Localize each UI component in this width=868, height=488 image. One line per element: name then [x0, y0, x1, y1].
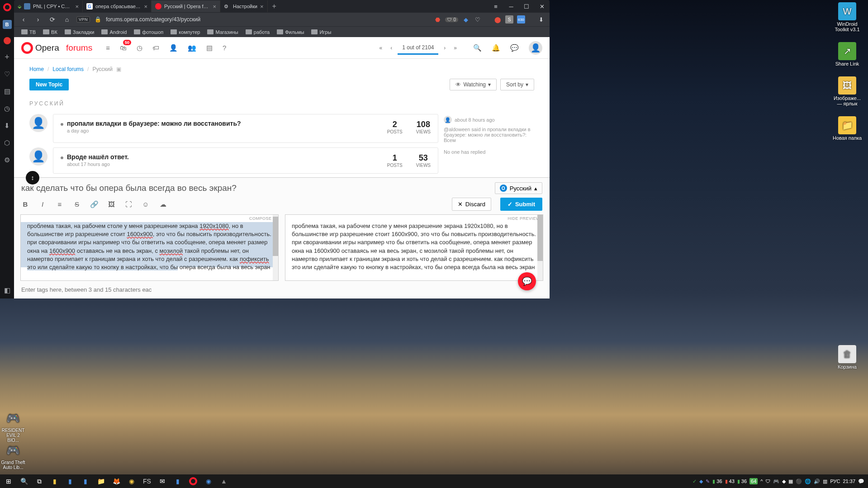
- topic-title[interactable]: Вроде нашёл ответ.: [61, 153, 378, 161]
- search-icon[interactable]: 🔍: [473, 44, 482, 52]
- bold-icon[interactable]: B: [21, 200, 29, 208]
- taskbar-app[interactable]: ▮: [170, 474, 185, 488]
- reload-button[interactable]: ⟳: [47, 14, 57, 24]
- opera-menu-icon[interactable]: [3, 3, 12, 12]
- heart-icon[interactable]: ♡: [3, 70, 12, 79]
- sidebar-toggle-icon[interactable]: ◧: [3, 286, 12, 295]
- blocked-count[interactable]: 🛡 0: [445, 17, 458, 22]
- compose-textarea[interactable]: проблема такая, на рабочем столе у меня …: [21, 222, 278, 280]
- mem-usage[interactable]: 64: [749, 478, 758, 484]
- desktop-shortcut[interactable]: ↗Share Link: [831, 42, 863, 66]
- close-tab-icon[interactable]: ×: [144, 3, 147, 10]
- user-icon[interactable]: 👤: [169, 44, 178, 52]
- url-input[interactable]: [106, 16, 429, 23]
- close-tab-icon[interactable]: ×: [260, 3, 264, 10]
- bookmark-item[interactable]: ВК: [40, 28, 60, 36]
- close-window-button[interactable]: ✕: [534, 0, 550, 13]
- bookmark-item[interactable]: Магазины: [204, 28, 241, 36]
- crypto-icon[interactable]: ◆: [462, 15, 470, 24]
- new-tab-button[interactable]: +: [268, 0, 281, 12]
- tray-icon[interactable]: ◆: [699, 479, 703, 484]
- topic-title[interactable]: пропали вкладки в браузере: можно ли вос…: [61, 120, 378, 127]
- help-icon[interactable]: ?: [223, 44, 226, 52]
- add-icon[interactable]: +: [3, 52, 12, 62]
- tray-icon[interactable]: ▦: [788, 479, 793, 484]
- desktop-shortcut[interactable]: WWinDroid Toolkit v3.1: [831, 2, 863, 32]
- new-topic-button[interactable]: New Topic: [29, 79, 69, 90]
- italic-icon[interactable]: I: [38, 200, 47, 208]
- task-view-button[interactable]: ⧉: [32, 474, 47, 488]
- taskbar-app[interactable]: ▮: [47, 474, 62, 488]
- recycle-bin[interactable]: 🗑Корзина: [831, 345, 863, 370]
- back-button[interactable]: ‹: [19, 14, 28, 24]
- maximize-button[interactable]: ☐: [519, 0, 534, 13]
- unread-icon[interactable]: 🛍50: [120, 44, 127, 52]
- browser-tab[interactable]: ⚙Настройки×: [220, 0, 268, 12]
- taskbar-app[interactable]: FS: [139, 474, 155, 488]
- vpn-badge[interactable]: VPN: [76, 16, 90, 23]
- file-explorer-icon[interactable]: 📁: [93, 474, 109, 488]
- sortby-dropdown[interactable]: Sort by▾: [500, 79, 534, 90]
- bookmark-item[interactable]: компутер: [168, 28, 203, 36]
- browser-tab[interactable]: ⬙PNL | CPY • CODEX | Crack...×: [14, 0, 83, 12]
- bookmark-item[interactable]: Игры: [308, 28, 334, 36]
- submit-button[interactable]: ✓Submit: [500, 198, 542, 211]
- temp[interactable]: ▮36: [737, 479, 747, 484]
- extensions-icon[interactable]: ⬡: [3, 138, 12, 147]
- desktop-shortcut[interactable]: 🎮RESIDENT EVIL 2 BIO...: [0, 409, 26, 443]
- tray-overflow-icon[interactable]: ^: [760, 479, 763, 484]
- desktop-shortcut[interactable]: 🎮Grand Theft Auto Lib...: [0, 441, 26, 470]
- ext-icon[interactable]: ⬤: [493, 15, 502, 24]
- close-tab-icon[interactable]: ×: [213, 3, 216, 10]
- scrollbar[interactable]: [537, 215, 543, 280]
- link-icon[interactable]: 🔗: [90, 200, 98, 208]
- firefox-icon[interactable]: 🦊: [109, 474, 124, 488]
- tray-icon[interactable]: 🎮: [773, 479, 779, 484]
- bookmark-item[interactable]: работа: [243, 28, 272, 36]
- downloads-icon[interactable]: ⬇: [3, 121, 12, 130]
- expand-icon[interactable]: ⛶: [124, 200, 133, 208]
- page-last-icon[interactable]: »: [451, 43, 460, 53]
- menu-icon[interactable]: ≡: [106, 44, 110, 52]
- volume-icon[interactable]: 🔊: [814, 479, 820, 484]
- book-icon[interactable]: ▤: [206, 44, 213, 52]
- gpu-temp[interactable]: ▮43: [725, 479, 735, 484]
- taskbar-app[interactable]: ▲: [216, 474, 232, 488]
- minimize-button[interactable]: ─: [503, 0, 519, 13]
- opera-forums-logo[interactable]: Opera forums: [21, 42, 92, 54]
- action-center-icon[interactable]: 💬: [858, 479, 864, 484]
- tray-icon[interactable]: ✎: [706, 479, 710, 484]
- tray-icon[interactable]: 🛡: [765, 479, 770, 484]
- watching-dropdown[interactable]: 👁Watching▾: [450, 79, 497, 90]
- emoji-icon[interactable]: ☺: [142, 200, 150, 208]
- bookmark-item[interactable]: Android: [99, 28, 129, 36]
- news-icon[interactable]: ▤: [3, 87, 12, 96]
- breadcrumb-local[interactable]: Local forums: [52, 66, 84, 72]
- chat-icon[interactable]: 💬: [510, 44, 519, 52]
- chrome-icon[interactable]: ◉: [124, 474, 139, 488]
- upload-icon[interactable]: ☁: [159, 200, 167, 208]
- language-indicator[interactable]: РУС: [830, 479, 840, 484]
- user-avatar[interactable]: 👤: [529, 41, 542, 55]
- composer-category-dropdown[interactable]: OРусский▴: [495, 182, 542, 194]
- tags-input[interactable]: [21, 284, 542, 296]
- tray-icon[interactable]: ⚫: [796, 479, 802, 484]
- preview-label[interactable]: HIDE PREVIEW: [285, 215, 543, 222]
- bookmark-item[interactable]: Закладки: [62, 28, 97, 36]
- tray-icon[interactable]: ▥: [823, 479, 827, 484]
- search-button[interactable]: 🔍: [16, 474, 32, 488]
- desktop-shortcut[interactable]: 🖼Изображе... — ярлык: [831, 76, 863, 106]
- composer-resize-handle[interactable]: ↕: [26, 171, 39, 185]
- heart-icon[interactable]: ♡: [474, 15, 482, 24]
- ext-icon[interactable]: S: [505, 15, 513, 24]
- discard-button[interactable]: ✕Discard: [452, 198, 491, 211]
- vk-sidebar-icon[interactable]: B: [3, 20, 12, 29]
- history-icon[interactable]: ◷: [3, 104, 12, 113]
- start-button[interactable]: ⊞: [1, 474, 16, 488]
- taskbar-app[interactable]: ▮: [78, 474, 93, 488]
- lock-icon[interactable]: 🔒: [95, 16, 101, 23]
- breadcrumb-home[interactable]: Home: [29, 66, 44, 72]
- ext-icon[interactable]: 630: [517, 15, 525, 24]
- topic-avatar[interactable]: 👤: [29, 147, 47, 166]
- tags-icon[interactable]: 🏷: [152, 44, 159, 52]
